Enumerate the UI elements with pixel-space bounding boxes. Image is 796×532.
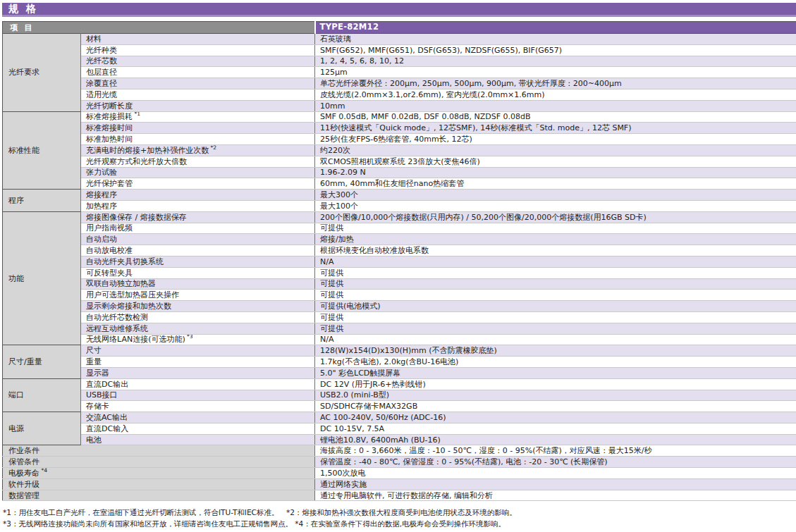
spec-label: 标准熔接时间	[81, 123, 315, 134]
label-text: 远程互动维修系统	[86, 324, 148, 333]
spec-label: 熔接图像保存 / 熔接数据保存	[81, 211, 315, 223]
label-text: 可反转型夹具	[86, 268, 133, 278]
table-row: USB接口USB2.0 (mini-B型)	[3, 390, 796, 401]
table-row: 光纤芯数1, 2, 4, 5, 6, 8, 10, 12	[3, 56, 796, 67]
label-text: 标准加热时间	[86, 135, 133, 144]
table-row: 重量1.7kg(不含电池), 2.0kg(含BU-16电池)	[3, 357, 796, 368]
table-row: 显示剩余熔接和加热次数可提供(电池模式)	[3, 301, 796, 312]
table-row: 电极寿命 *41,500次放电	[3, 468, 796, 479]
spec-value: 1,500次放电	[315, 468, 796, 479]
label-text: 数据管理	[8, 491, 39, 500]
table-row: 存储卡SD/SDHC存储卡MAX32GB	[3, 401, 796, 412]
spec-value: 1.7kg(不含电池), 2.0kg(含BU-16电池)	[315, 357, 796, 368]
label-text: 用户可选型加热器压夹操作	[86, 290, 179, 299]
label-text: 适用光缆	[86, 90, 117, 99]
table-row: 端口直流DC输出DC 12V (用于JR-6+热剥线钳)	[3, 378, 796, 390]
spec-label: 双联自动独立加热器	[81, 278, 315, 290]
spec-value: N/A	[315, 334, 796, 345]
spec-label: 显示剩余熔接和加热次数	[81, 301, 315, 312]
table-row: 可反转型夹具可提供	[3, 267, 796, 278]
spec-value: 125μm	[315, 67, 796, 78]
footnote-line-2: *3：无线网络连接功能尚未向所有国家和地区开放，详细请咨询住友电工正规销售网点。…	[3, 518, 796, 529]
spec-label: 直流DC输入	[81, 423, 315, 434]
spec-label: 显示器	[81, 367, 315, 378]
label-text: 端口	[8, 390, 24, 400]
table-row: 包层直径125μm	[3, 67, 796, 78]
table-row: 保管条件保管温度：-40 - 80℃, 保管湿度：0 - 95%(不结露), 电…	[3, 457, 796, 468]
spec-value: SD/SDHC存储卡MAX32GB	[315, 401, 796, 412]
table-row: 标准加热时间25秒(住友FPS-6热缩套管, 40mm长, 12芯)	[3, 134, 796, 145]
label-text: 自动光纤夹具切换系统	[86, 257, 164, 266]
table-row: 直流DC输入DC 10-15V, 7.5A	[3, 423, 796, 434]
spec-label: 用户可选型加热器压夹操作	[81, 290, 315, 301]
spec-value: 1, 2, 4, 5, 6, 8, 10, 12	[315, 56, 796, 67]
spec-page: 规 格 项 目 TYPE-82M12 光纤要求材料石英玻璃光纤种类SMF(G65…	[0, 0, 796, 529]
table-row: 涂覆直径单芯光纤涂覆外径：200μm, 250μm, 500μm, 900μm,…	[3, 78, 796, 89]
spec-value: 约220次	[315, 144, 796, 156]
spec-value: 通过专用电脑软件, 可进行数据的存储, 编辑和分析	[315, 490, 796, 501]
spec-label: 自动光纤夹具切换系统	[81, 256, 315, 267]
spec-label: 光纤切断长度	[81, 100, 315, 111]
label-text: 自动启动	[86, 235, 117, 244]
spec-label: 可反转型夹具	[81, 267, 315, 278]
label-text: 涂覆直径	[86, 79, 117, 88]
label-text: 光纤芯数	[86, 56, 117, 66]
spec-label: 充满电时的熔接+加热补强作业次数 *2	[81, 144, 315, 156]
table-row: 软件升级通过网络实施	[3, 478, 796, 490]
spec-label: 光纤种类	[81, 44, 315, 56]
table-row: 光纤切断长度10mm	[3, 100, 796, 111]
label-text: 光纤观察方式和光纤放大倍数	[86, 157, 187, 166]
spec-value: 海拔高度：0 - 3,660米，温度：-10 - 50℃，湿度：0 - 95%(…	[315, 445, 796, 457]
table-row: 用户可选型加热器压夹操作可提供	[3, 290, 796, 301]
table-row: 作业条件海拔高度：0 - 3,660米，温度：-10 - 50℃，湿度：0 - …	[3, 445, 796, 457]
label-text: 自动光纤芯数检测	[86, 313, 148, 322]
spec-label: 尺寸	[81, 345, 315, 357]
label-text: 光纤保护套管	[86, 179, 133, 188]
spec-value: AC 100-240V, 50/60Hz (ADC-16)	[315, 412, 796, 423]
table-row: 自动光纤芯数检测可提供	[3, 311, 796, 323]
spec-label: 张力试验	[81, 167, 315, 178]
category-cell: 数据管理	[3, 490, 315, 501]
spec-value: 11秒(快速模式「Quick mode」, 12芯SMF), 14秒(标准模式「…	[315, 123, 796, 134]
spec-label: 电池	[81, 434, 315, 445]
table-row: 程序熔接程序最大300个	[3, 190, 796, 201]
category-cell: 电源	[3, 412, 81, 445]
spec-value: 可提供	[315, 223, 796, 234]
spec-value: 可提供(电池模式)	[315, 301, 796, 312]
spec-label: 无线网络LAN连接(可选功能) *3	[81, 334, 315, 345]
label-text: 加热程序	[86, 202, 117, 211]
label-text: 重量	[86, 357, 102, 366]
label-text: 包层直径	[86, 68, 117, 77]
table-row: 用户指南视频可提供	[3, 223, 796, 234]
category-cell: 保管条件	[3, 457, 315, 468]
spec-label: 光纤芯数	[81, 56, 315, 67]
spec-label: 标准加热时间	[81, 134, 315, 145]
label-text: 用户指南视频	[86, 223, 133, 233]
label-text: 直流DC输入	[86, 424, 128, 433]
spec-value: 25秒(住友FPS-6热缩套管, 40mm长, 12芯)	[315, 134, 796, 145]
label-text: 作业条件	[8, 446, 39, 455]
spec-value: 1.96-2.09 N	[315, 167, 796, 178]
category-cell: 程序	[3, 190, 81, 212]
header-item-label: 项 目	[3, 22, 315, 34]
label-text: 软件升级	[8, 480, 39, 489]
spec-value: 128(W)x154(D)x130(H)mm (不含防震橡胶底垫)	[315, 345, 796, 357]
spec-value: DC 10-15V, 7.5A	[315, 423, 796, 434]
label-text: 材料	[86, 35, 102, 44]
category-cell: 标准性能	[3, 111, 81, 190]
spec-label: 光纤保护套管	[81, 178, 315, 190]
table-row: 光纤保护套管60mm, 40mm和住友细径nano热缩套管	[3, 178, 796, 190]
table-row: 尺寸/重量尺寸128(W)x154(D)x130(H)mm (不含防震橡胶底垫)	[3, 345, 796, 357]
label-text: 张力试验	[86, 168, 117, 177]
label-text: 电池	[86, 435, 102, 445]
category-cell: 软件升级	[3, 478, 315, 490]
label-text: 功能	[8, 274, 24, 283]
table-row: 张力试验1.96-2.09 N	[3, 167, 796, 178]
table-row: 远程互动维修系统可提供	[3, 323, 796, 334]
table-row: 双联自动独立加热器可提供	[3, 278, 796, 290]
table-row: 电源交流AC输出AC 100-240V, 50/60Hz (ADC-16)	[3, 412, 796, 423]
label-text: 存储卡	[86, 402, 109, 411]
category-cell: 光纤要求	[3, 34, 81, 112]
table-row: 标准熔接时间11秒(快速模式「Quick mode」, 12芯SMF), 14秒…	[3, 123, 796, 134]
spec-label: 光纤观察方式和光纤放大倍数	[81, 156, 315, 167]
